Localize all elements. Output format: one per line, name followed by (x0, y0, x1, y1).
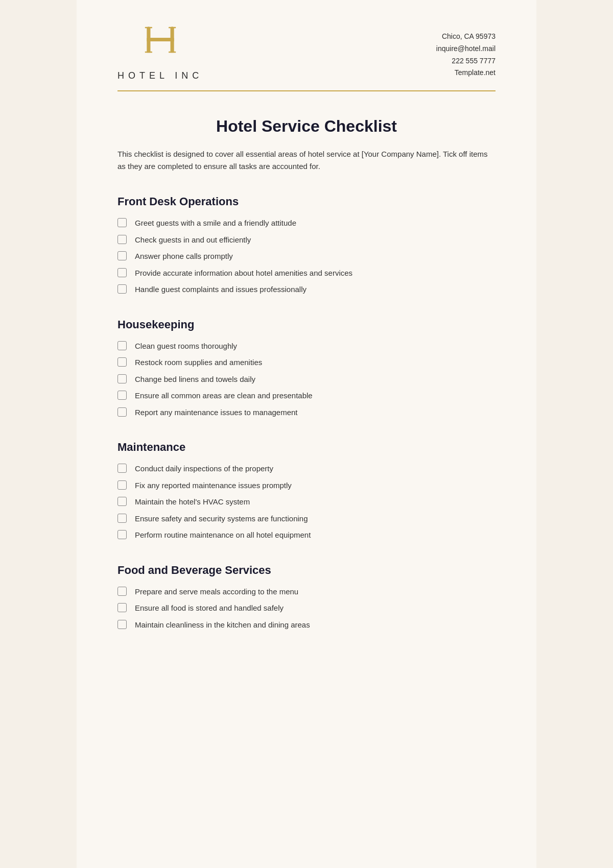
list-item: Check guests in and out efficiently (117, 234, 496, 246)
checklist-item-text: Ensure safety and security systems are f… (135, 513, 308, 525)
contact-website: Template.net (436, 67, 496, 79)
checkbox-icon[interactable] (117, 341, 127, 350)
section-title-housekeeping: Housekeeping (117, 318, 496, 331)
checkbox-icon[interactable] (117, 251, 127, 260)
hotel-logo-icon (140, 26, 181, 66)
checklist-item-text: Change bed linens and towels daily (135, 374, 255, 385)
contact-info: Chico, CA 95973 inquire@hotel.mail 222 5… (436, 26, 496, 79)
checkbox-icon[interactable] (117, 407, 127, 417)
contact-address: Chico, CA 95973 (436, 31, 496, 43)
list-item: Perform routine maintenance on all hotel… (117, 529, 496, 541)
svg-rect-3 (145, 52, 152, 53)
checklist-item-text: Maintain cleanliness in the kitchen and … (135, 619, 310, 631)
checkbox-icon[interactable] (117, 514, 127, 523)
list-item: Answer phone calls promptly (117, 251, 496, 262)
contact-email: inquire@hotel.mail (436, 43, 496, 55)
list-item: Provide accurate information about hotel… (117, 268, 496, 279)
checkbox-icon[interactable] (117, 374, 127, 383)
checklist-item-text: Report any maintenance issues to managem… (135, 407, 298, 419)
checkbox-icon[interactable] (117, 391, 127, 400)
checkbox-icon[interactable] (117, 530, 127, 539)
page-title: Hotel Service Checklist (117, 117, 496, 136)
checklist-item-text: Conduct daily inspections of the propert… (135, 463, 273, 475)
checklist-housekeeping: Clean guest rooms thoroughlyRestock room… (117, 341, 496, 419)
checkbox-icon[interactable] (117, 464, 127, 473)
list-item: Prepare and serve meals according to the… (117, 586, 496, 598)
checkbox-icon[interactable] (117, 268, 127, 277)
checklist-item-text: Maintain the hotel's HVAC system (135, 496, 250, 508)
list-item: Ensure all food is stored and handled sa… (117, 602, 496, 614)
checklist-front-desk: Greet guests with a smile and a friendly… (117, 218, 496, 296)
list-item: Greet guests with a smile and a friendly… (117, 218, 496, 229)
checklist-item-text: Perform routine maintenance on all hotel… (135, 529, 311, 541)
list-item: Maintain the hotel's HVAC system (117, 496, 496, 508)
sections-container: Front Desk OperationsGreet guests with a… (117, 195, 496, 631)
checkbox-icon[interactable] (117, 480, 127, 490)
page: HOTEL INC Chico, CA 95973 inquire@hotel.… (77, 0, 536, 868)
svg-rect-2 (147, 38, 174, 41)
list-item: Fix any reported maintenance issues prom… (117, 480, 496, 492)
checklist-item-text: Provide accurate information about hotel… (135, 268, 352, 279)
list-item: Report any maintenance issues to managem… (117, 407, 496, 419)
checklist-item-text: Ensure all food is stored and handled sa… (135, 602, 284, 614)
checkbox-icon[interactable] (117, 620, 127, 629)
hotel-name: HOTEL INC (117, 70, 203, 81)
checklist-item-text: Check guests in and out efficiently (135, 234, 251, 246)
section-title-food-beverage: Food and Beverage Services (117, 564, 496, 577)
checklist-maintenance: Conduct daily inspections of the propert… (117, 463, 496, 541)
list-item: Ensure all common areas are clean and pr… (117, 390, 496, 402)
logo-section: HOTEL INC (117, 26, 203, 81)
checklist-item-text: Handle guest complaints and issues profe… (135, 284, 306, 296)
header-divider (117, 90, 496, 91)
checkbox-icon[interactable] (117, 603, 127, 612)
list-item: Ensure safety and security systems are f… (117, 513, 496, 525)
section-title-maintenance: Maintenance (117, 441, 496, 454)
checklist-item-text: Fix any reported maintenance issues prom… (135, 480, 292, 492)
header: HOTEL INC Chico, CA 95973 inquire@hotel.… (117, 26, 496, 81)
intro-text: This checklist is designed to cover all … (117, 148, 496, 173)
contact-phone: 222 555 7777 (436, 55, 496, 67)
section-housekeeping: HousekeepingClean guest rooms thoroughly… (117, 318, 496, 419)
checkbox-icon[interactable] (117, 218, 127, 227)
section-maintenance: MaintenanceConduct daily inspections of … (117, 441, 496, 541)
checklist-item-text: Answer phone calls promptly (135, 251, 233, 262)
list-item: Maintain cleanliness in the kitchen and … (117, 619, 496, 631)
checklist-item-text: Greet guests with a smile and a friendly… (135, 218, 296, 229)
list-item: Clean guest rooms thoroughly (117, 341, 496, 352)
list-item: Restock room supplies and amenities (117, 357, 496, 369)
list-item: Change bed linens and towels daily (117, 374, 496, 385)
section-title-front-desk: Front Desk Operations (117, 195, 496, 208)
checklist-item-text: Clean guest rooms thoroughly (135, 341, 237, 352)
section-food-beverage: Food and Beverage ServicesPrepare and se… (117, 564, 496, 631)
checkbox-icon[interactable] (117, 357, 127, 367)
svg-rect-6 (169, 27, 176, 29)
checklist-item-text: Ensure all common areas are clean and pr… (135, 390, 313, 402)
svg-rect-5 (145, 27, 152, 29)
svg-rect-4 (169, 52, 176, 53)
section-front-desk: Front Desk OperationsGreet guests with a… (117, 195, 496, 296)
checkbox-icon[interactable] (117, 587, 127, 596)
checklist-food-beverage: Prepare and serve meals according to the… (117, 586, 496, 631)
checklist-item-text: Restock room supplies and amenities (135, 357, 262, 369)
checklist-item-text: Prepare and serve meals according to the… (135, 586, 298, 598)
list-item: Handle guest complaints and issues profe… (117, 284, 496, 296)
checkbox-icon[interactable] (117, 497, 127, 506)
checkbox-icon[interactable] (117, 284, 127, 294)
checkbox-icon[interactable] (117, 235, 127, 244)
list-item: Conduct daily inspections of the propert… (117, 463, 496, 475)
